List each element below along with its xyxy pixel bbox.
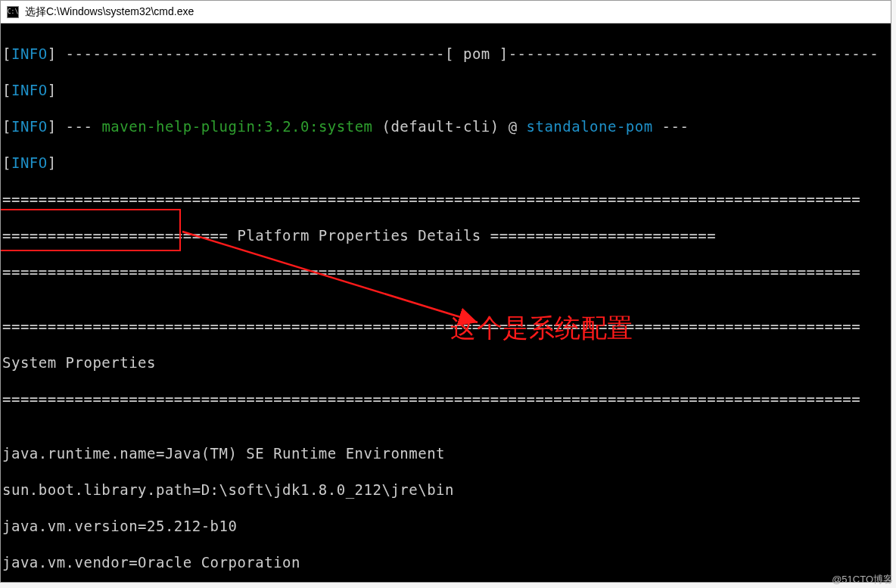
dashes: --- <box>57 118 93 135</box>
divider-line: ========================================… <box>2 190 889 208</box>
log-level-info: INFO <box>11 45 48 62</box>
pom-label: pom <box>463 45 490 62</box>
log-level-info: INFO <box>11 118 48 135</box>
system-properties-heading: System Properties <box>2 353 889 372</box>
bracket: [ <box>2 118 11 135</box>
dashes: --- <box>653 118 689 135</box>
artifact-id: standalone-pom <box>527 118 653 135</box>
property-line: java.runtime.name=Java(TM) SE Runtime En… <box>2 444 889 462</box>
bracket: [ <box>2 82 11 98</box>
cmd-icon: C:\ <box>7 6 19 18</box>
divider-line: ========================================… <box>2 263 889 281</box>
watermark: @51CTO博客 <box>832 573 893 586</box>
bracket: [ <box>2 154 11 171</box>
window-title: 选择C:\Windows\system32\cmd.exe <box>25 5 194 19</box>
maven-plugin: maven-help-plugin:3.2.0:system <box>92 118 372 135</box>
platform-properties-heading: Platform Properties Details <box>237 227 481 244</box>
log-level-info: INFO <box>11 82 48 98</box>
bracket: ] <box>48 45 57 62</box>
dashes: ----------------------------------------… <box>57 45 463 62</box>
default-cli: (default-cli) @ <box>373 118 527 135</box>
bracket: [ <box>2 45 11 62</box>
console-output[interactable]: [INFO] ---------------------------------… <box>1 23 891 582</box>
log-level-info: INFO <box>11 154 48 171</box>
bracket: ] <box>48 82 57 98</box>
divider-line: ========================================… <box>2 317 889 335</box>
divider-line: ========================================… <box>2 390 889 408</box>
cmd-window: C:\ 选择C:\Windows\system32\cmd.exe [INFO]… <box>0 0 891 583</box>
property-line: sun.boot.library.path=D:\soft\jdk1.8.0_2… <box>2 481 889 499</box>
divider-line: ========================= <box>481 227 716 244</box>
property-line: java.vm.version=25.212-b10 <box>2 517 889 535</box>
bracket: ] <box>48 118 57 135</box>
divider-line: ========================= <box>2 227 237 244</box>
property-line: java.vm.vendor=Oracle Corporation <box>2 553 889 571</box>
bracket: ] <box>48 154 57 171</box>
titlebar[interactable]: C:\ 选择C:\Windows\system32\cmd.exe <box>1 1 891 23</box>
dashes: ]---------------------------------------… <box>490 45 879 62</box>
